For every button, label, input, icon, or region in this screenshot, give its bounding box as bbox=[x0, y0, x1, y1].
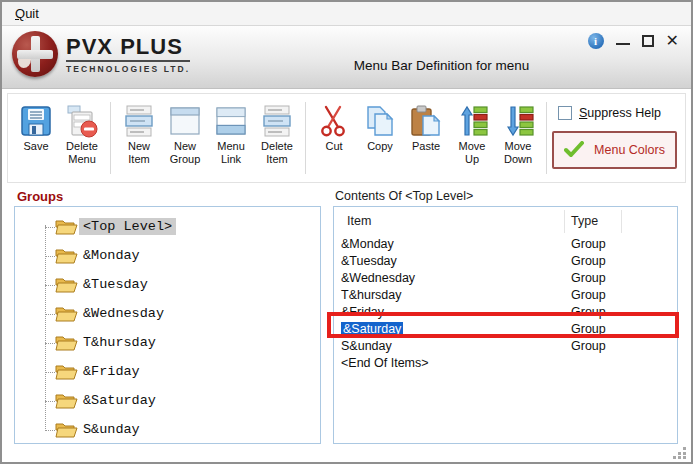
new-item-button[interactable]: New Item bbox=[116, 101, 162, 167]
column-header-type[interactable]: Type bbox=[571, 214, 598, 228]
window-title: Menu Bar Definition for menu bbox=[192, 58, 691, 73]
move-down-button[interactable]: Move Down bbox=[495, 101, 541, 167]
save-button[interactable]: Save bbox=[13, 101, 59, 167]
new-group-button[interactable]: New Group bbox=[162, 101, 208, 167]
contents-section-label: Contents Of <Top Level> bbox=[335, 189, 473, 203]
tree-item-saturday[interactable]: &Saturday bbox=[15, 386, 320, 415]
tree-item-wednesday[interactable]: &Wednesday bbox=[15, 299, 320, 328]
copy-label: Copy bbox=[367, 140, 393, 166]
move-down-label: Move Down bbox=[496, 140, 540, 166]
menu-link-label: Menu Link bbox=[209, 140, 253, 166]
list-row-friday[interactable]: &Friday Group bbox=[334, 303, 677, 320]
move-down-icon bbox=[500, 102, 536, 140]
suppress-help-label: Suppress Help bbox=[579, 106, 661, 120]
green-check-icon bbox=[564, 141, 584, 159]
cut-button[interactable]: Cut bbox=[311, 101, 357, 167]
folder-icon bbox=[55, 304, 78, 323]
delete-menu-label: Delete Menu bbox=[60, 140, 104, 166]
cut-label: Cut bbox=[325, 140, 342, 166]
move-up-icon bbox=[454, 102, 490, 140]
pvx-plus-logo: PVX PLUS TECHNOLOGIES LTD. bbox=[12, 31, 190, 77]
brand-name: PVX PLUS bbox=[66, 35, 190, 62]
toolbar-right-zone: Suppress Help Menu Colors bbox=[552, 101, 681, 169]
header-band: PVX PLUS TECHNOLOGIES LTD. Menu Bar Defi… bbox=[2, 26, 691, 89]
folder-icon bbox=[55, 275, 78, 294]
delete-menu-button[interactable]: Delete Menu bbox=[59, 101, 105, 167]
list-row-sunday[interactable]: S&unday Group bbox=[334, 337, 677, 354]
groups-section-label: Groups bbox=[17, 189, 63, 204]
list-row-monday[interactable]: &Monday Group bbox=[334, 235, 677, 252]
copy-button[interactable]: Copy bbox=[357, 101, 403, 167]
list-header: Item Type bbox=[334, 207, 677, 235]
tree-item-sunday[interactable]: S&unday bbox=[15, 415, 320, 444]
menu-bar-definition-window: Quit PVX PLUS TECHNOLOGIES LTD. Menu Bar… bbox=[0, 0, 693, 464]
list-row-thursday[interactable]: T&hursday Group bbox=[334, 286, 677, 303]
delete-item-label: Delete Item bbox=[255, 140, 299, 166]
column-divider bbox=[564, 210, 565, 233]
folder-icon bbox=[55, 391, 78, 410]
checkbox-icon[interactable] bbox=[558, 106, 572, 120]
column-header-item[interactable]: Item bbox=[347, 214, 371, 228]
paste-button[interactable]: Paste bbox=[403, 101, 449, 167]
menu-quit[interactable]: Quit bbox=[15, 6, 39, 21]
toolbar-separator bbox=[546, 102, 547, 174]
list-row-end-of-items[interactable]: <End Of Items> bbox=[334, 354, 677, 371]
new-group-icon bbox=[168, 102, 202, 140]
list-row-saturday-selected[interactable]: &Saturday Group bbox=[334, 320, 677, 337]
globe-cross-logo-icon bbox=[12, 31, 58, 77]
menu-colors-button[interactable]: Menu Colors bbox=[552, 131, 677, 169]
selected-item-text: &Saturday bbox=[341, 322, 403, 336]
delete-item-button[interactable]: Delete Item bbox=[254, 101, 300, 167]
delete-menu-icon bbox=[64, 102, 100, 140]
paste-icon bbox=[408, 102, 444, 140]
folder-icon bbox=[55, 333, 78, 352]
menu-link-icon bbox=[214, 102, 248, 140]
info-icon[interactable]: i bbox=[588, 33, 604, 49]
resize-grip[interactable] bbox=[673, 445, 687, 459]
toolbar: Save Delete Menu bbox=[7, 93, 686, 183]
toolbar-separator bbox=[110, 102, 111, 174]
save-icon bbox=[19, 102, 53, 140]
folder-icon bbox=[55, 217, 78, 236]
folder-icon bbox=[55, 420, 78, 439]
suppress-help-checkbox[interactable]: Suppress Help bbox=[558, 106, 677, 120]
close-button[interactable]: ✕ bbox=[666, 33, 679, 49]
tree-item-tuesday[interactable]: &Tuesday bbox=[15, 270, 320, 299]
folder-icon bbox=[55, 362, 78, 381]
menu-colors-label: Menu Colors bbox=[594, 143, 665, 157]
minimize-button[interactable] bbox=[616, 43, 630, 45]
copy-icon bbox=[362, 102, 398, 140]
new-item-icon bbox=[122, 102, 156, 140]
delete-item-icon bbox=[260, 102, 294, 140]
tree-item-thursday[interactable]: T&hursday bbox=[15, 328, 320, 357]
tree-item-monday[interactable]: &Monday bbox=[15, 241, 320, 270]
move-up-button[interactable]: Move Up bbox=[449, 101, 495, 167]
brand-tagline: TECHNOLOGIES LTD. bbox=[66, 64, 190, 74]
menu-bar: Quit bbox=[2, 2, 691, 26]
maximize-button[interactable] bbox=[642, 35, 654, 47]
toolbar-separator bbox=[305, 102, 306, 174]
tree-item-friday[interactable]: &Friday bbox=[15, 357, 320, 386]
cut-icon bbox=[317, 102, 351, 140]
move-up-label: Move Up bbox=[450, 140, 494, 166]
list-row-wednesday[interactable]: &Wednesday Group bbox=[334, 269, 677, 286]
save-label: Save bbox=[23, 140, 48, 166]
menu-link-button[interactable]: Menu Link bbox=[208, 101, 254, 167]
new-item-label: New Item bbox=[117, 140, 161, 166]
contents-list-panel: Item Type &Monday Group &Tuesday Group &… bbox=[333, 206, 678, 444]
new-group-label: New Group bbox=[163, 140, 207, 166]
window-controls: i ✕ bbox=[588, 33, 679, 49]
groups-tree-panel: <Top Level> &Monday &Tuesday &Wednesday bbox=[14, 206, 321, 444]
paste-label: Paste bbox=[412, 140, 440, 166]
tree-item-top-level[interactable]: <Top Level> bbox=[15, 212, 320, 241]
column-divider bbox=[621, 210, 622, 233]
folder-icon bbox=[55, 246, 78, 265]
list-row-tuesday[interactable]: &Tuesday Group bbox=[334, 252, 677, 269]
